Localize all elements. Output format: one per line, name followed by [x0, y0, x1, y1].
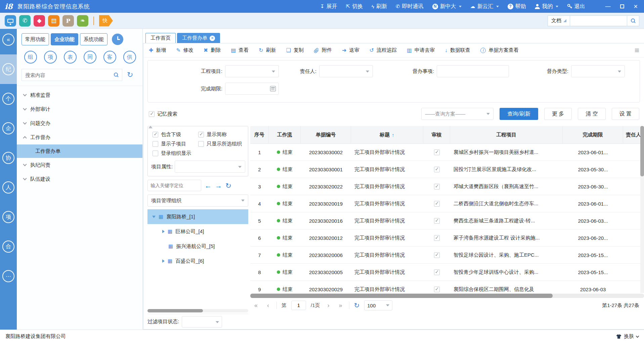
keyword-locate-input[interactable]	[147, 180, 201, 191]
nav-group-issue-assignment[interactable]: 问题交办	[17, 116, 142, 130]
tab-common-functions[interactable]: 常用功能	[22, 33, 49, 45]
edit-button[interactable]: ✎修改	[176, 47, 193, 53]
header-title[interactable]: 标题↑	[351, 126, 423, 143]
graduation-app-icon[interactable]: ◆	[34, 15, 45, 27]
next-arrow-icon[interactable]: →	[215, 182, 222, 189]
table-row[interactable]: 2 结束 202303030001 完工项目外部审计情况 国投?汀兰展示区景观施…	[250, 161, 644, 178]
menu-mine[interactable]: 我的	[535, 3, 558, 10]
table-row[interactable]: 5 结束 202303020016 完工项目外部审计情况 樊西生态新城三条道路工…	[250, 212, 644, 229]
rail-item-qi[interactable]: 企	[0, 114, 17, 143]
pager-refresh-icon[interactable]: ↻	[354, 301, 360, 309]
prev-page-button[interactable]: ‹	[264, 302, 272, 309]
audit-checkbox[interactable]	[434, 287, 440, 292]
audit-checkbox[interactable]	[434, 269, 440, 275]
change-skin-button[interactable]: 换肤	[616, 333, 639, 340]
page-number-input[interactable]	[291, 301, 306, 310]
audit-checkbox[interactable]	[434, 218, 440, 224]
tab-close-icon[interactable]: ✕	[210, 36, 215, 41]
header-project[interactable]: 工程项目	[450, 126, 563, 143]
p-app-icon[interactable]: P	[62, 15, 74, 27]
table-row[interactable]: 4 结束 202303020019 完工项目外部审计情况 二桥西侧沿江大道北侧临…	[250, 195, 644, 212]
rail-item-more[interactable]: ⋯	[0, 261, 17, 291]
last-page-button[interactable]: »	[337, 302, 344, 309]
clear-button[interactable]: 清 空	[578, 108, 605, 120]
nav-item-work-supervision-form[interactable]: 工作督办单	[17, 144, 142, 158]
header-audit[interactable]: 审核	[423, 126, 450, 143]
audit-checkbox[interactable]	[434, 184, 440, 189]
doc-plan-view-button[interactable]: i单据方案查看	[480, 47, 519, 53]
project-filter-select[interactable]	[225, 65, 279, 77]
login-org-checkbox[interactable]	[153, 151, 158, 156]
audit-checkbox[interactable]	[434, 252, 440, 258]
table-horizontal-scrollbar[interactable]	[250, 294, 644, 298]
global-search-input[interactable]	[570, 15, 627, 26]
rail-item-ge[interactable]: 个	[0, 84, 17, 114]
circle-supplier[interactable]: 供	[123, 51, 136, 63]
sub-project-checkbox[interactable]	[153, 141, 158, 147]
sort-asc-icon[interactable]: ↑	[392, 132, 394, 138]
menu-switch[interactable]: ⇱切换	[346, 3, 363, 10]
table-row[interactable]: 9 结束 202303020029 完工项目外部审计情况 襄阳综合保税区二期围网…	[250, 281, 644, 293]
org-node-root[interactable]: ▦襄阳路桥_[1]	[147, 209, 248, 224]
org-node-baisheng[interactable]: ▦百盛公司_[6]	[147, 254, 248, 268]
audit-checkbox[interactable]	[434, 167, 440, 172]
rail-item-ren[interactable]: 人	[0, 173, 17, 202]
sidebar-refresh-icon[interactable]: ↻	[127, 71, 133, 79]
nav-group-team-building[interactable]: 队伍建设	[17, 172, 142, 186]
org-node-zhenxing[interactable]: ▦振兴港航公司_[5]	[147, 239, 248, 254]
global-search-button[interactable]	[627, 15, 639, 26]
table-row[interactable]: 7 结束 202303020006 完工项目外部审计情况 智投足球公园设计、采购…	[250, 247, 644, 264]
table-row[interactable]: 3 结束 202303020022 完工项目外部审计情况 邓城大道樊西新区段（襄…	[250, 178, 644, 195]
menu-xinyunhui[interactable]: ☁新云汇	[470, 3, 499, 10]
scrollbar-thumb[interactable]	[640, 126, 644, 176]
table-vertical-scrollbar[interactable]	[640, 126, 644, 293]
deadline-filter-input[interactable]	[225, 83, 279, 95]
table-row[interactable]: 6 结束 202303020012 完工项目外部审计情况 冢子湾备用水源建设工程…	[250, 229, 644, 247]
nav-group-external-audit[interactable]: 外部审计	[17, 102, 142, 116]
short-name-checkbox[interactable]	[198, 132, 204, 137]
circle-tong[interactable]: 同	[84, 51, 96, 63]
collapsed-icon[interactable]	[162, 259, 165, 263]
memory-search-checkbox[interactable]	[149, 111, 155, 117]
type-filter-select[interactable]	[571, 65, 625, 77]
header-deadline[interactable]: 完成期限	[563, 126, 623, 143]
delete-button[interactable]: ✖删除	[204, 47, 221, 53]
org-node-julin[interactable]: ▦巨林公司_[4]	[147, 224, 248, 239]
tab-enterprise-functions[interactable]: 企业功能	[51, 33, 78, 45]
first-page-button[interactable]: «	[252, 302, 260, 309]
expanded-icon[interactable]	[152, 216, 156, 218]
add-button[interactable]: ✚新增	[149, 47, 166, 53]
menu-instant-message[interactable]: ✆即时通讯	[396, 3, 424, 10]
tab-system-functions[interactable]: 系统功能	[80, 33, 108, 45]
data-link-query-button[interactable]: ↓数据联查	[445, 47, 470, 53]
rail-item-he[interactable]: 合	[0, 232, 17, 261]
audit-checkbox[interactable]	[434, 235, 440, 241]
menu-expand[interactable]: ↧展开	[320, 3, 337, 10]
desktop-app-icon[interactable]	[5, 15, 16, 27]
nav-group-precise-supervision[interactable]: 精准监督	[17, 88, 142, 102]
cancel-audit-button[interactable]: ▥申请去审	[407, 47, 435, 53]
table-row[interactable]: 1 结束 202303030002 完工项目外部审计情况 襄城区乡村振兴一期项目…	[250, 144, 644, 161]
rail-item-xie[interactable]: 协	[0, 143, 17, 173]
scroll-up-icon[interactable]	[148, 126, 153, 128]
circle-group[interactable]: 组	[24, 51, 37, 63]
audit-checkbox[interactable]	[434, 201, 440, 207]
collapse-sidebar-button[interactable]: «	[2, 34, 14, 46]
owner-filter-select[interactable]	[319, 65, 373, 77]
more-button[interactable]: 更 多	[544, 108, 572, 120]
flow-trace-button[interactable]: ↺流程追踪	[370, 47, 397, 53]
submit-audit-button[interactable]: ➜送审	[342, 47, 359, 53]
project-attr-select[interactable]	[175, 161, 245, 173]
document-app-icon[interactable]: ▤	[48, 15, 59, 27]
tab-work-supervision-form[interactable]: 工作督办单✕	[177, 33, 220, 43]
clock-icon[interactable]	[112, 34, 123, 45]
attachment-button[interactable]: 附件	[314, 47, 332, 53]
circle-customer[interactable]: 客	[103, 51, 116, 63]
tab-work-home[interactable]: 工作首页	[145, 33, 176, 43]
leaf-app-icon[interactable]: ❧	[77, 15, 88, 27]
menu-xinzhongda[interactable]: N新中大	[432, 3, 462, 10]
prev-arrow-icon[interactable]: ←	[205, 182, 212, 189]
scrollbar-thumb[interactable]	[147, 309, 203, 312]
view-button[interactable]: ▤查看	[231, 47, 249, 53]
menu-help[interactable]: ?帮助	[508, 3, 526, 10]
